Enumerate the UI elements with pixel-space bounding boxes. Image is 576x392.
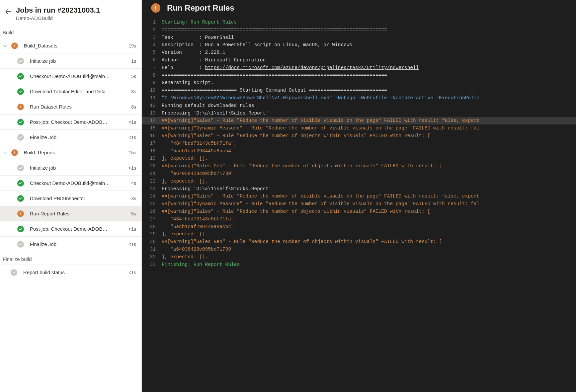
pipeline-name: Demo-ADOBuild [16,15,100,21]
log-line: 25##[warning]"Dynamic Measure" - Rule "R… [142,200,576,208]
chevron-down-icon[interactable] [3,150,7,155]
job-step[interactable]: Run Dataset Rules8s [0,99,141,114]
log-line: 16##[warning]"Sales" - Rule "Reduce the … [142,132,576,140]
job-stage-build-reports[interactable]: Build_Reports15s [0,145,141,160]
job-step[interactable]: Download Tabular Editor and Defa…3s [0,84,141,99]
log-line: 10========================== Starting Co… [142,87,576,94]
svg-rect-4 [14,151,15,153]
jobs-sidebar: Jobs in run #20231003.1 Demo-ADOBuild Bu… [0,0,142,392]
log-text: ##[warning]"Sales" - Rule "Reduce the nu… [162,117,576,124]
log-text: Version : 2.228.1 [162,49,576,56]
step-duration: <1s [126,135,136,140]
step-label: Download Tabular Editor and Defa… [30,89,128,94]
log-text: Task : PowerShell [162,34,576,41]
success-icon [17,226,24,232]
job-step[interactable]: Finalize Job<1s [0,236,141,252]
svg-rect-5 [14,153,15,154]
job-step[interactable]: Initialize job1s [0,53,141,68]
chevron-down-icon[interactable] [3,43,7,48]
step-duration: 5s [128,211,136,216]
step-label: Finalize Job [30,241,126,247]
success-dim-icon [17,165,24,171]
log-line: 19], expected: []. [142,155,576,162]
log-line: 27 "484fbdd73143c5bf71fa", [142,215,576,223]
log-text: ##[warning]"Sales" - Rule "Reduce the nu… [162,132,576,140]
log-text: "a64038428c095bd71739" [162,170,576,178]
line-number: 23 [142,185,162,193]
log-line: 33Finishing: Run Report Rules [142,261,576,269]
line-number: 14 [142,117,162,124]
log-line: 3Task : PowerShell [142,34,576,41]
log-line: 12Running default downloaded rules [142,102,576,110]
warning-icon [11,149,18,156]
line-number: 13 [142,110,162,117]
step-label: Post-job: Checkout Demo-ADOB… [30,119,126,125]
section-finalize-label: Finalize build [0,252,141,265]
log-text: "5acb1caf298449a8acb4" [162,223,576,231]
back-arrow-icon[interactable] [5,9,11,15]
log-text: ], expected: []. [162,230,576,238]
warning-icon [11,42,18,49]
log-text: ], expected: []. [162,178,576,185]
stage-label: Build_Datasets [24,43,126,48]
log-text: ========================================… [162,26,576,34]
log-text: Generating script. [162,79,576,87]
log-line: 8=======================================… [142,72,576,79]
job-step[interactable]: Post-job: Checkout Demo-ADOB…<1s [0,114,141,129]
line-number: 29 [142,230,162,238]
step-duration: 8s [128,104,136,110]
log-text: "484fbdd73143c5bf71fa", [162,215,576,223]
help-link[interactable]: https://docs.microsoft.com/azure/devops/… [205,65,419,70]
step-duration: 3s [128,89,136,94]
log-text: ##[warning]"Dynamic Measure" - Rule "Red… [162,124,576,132]
line-number: 30 [142,238,162,246]
page-title: Jobs in run #20231003.1 [16,6,100,15]
job-stage-build-datasets[interactable]: Build_Datasets19s [0,38,141,53]
line-number: 6 [142,56,162,64]
svg-rect-7 [20,214,21,215]
job-step[interactable]: Report build status<1s [0,265,141,280]
log-text: Description : Run a PowerShell script on… [162,41,576,49]
log-line: 9Generating script. [142,79,576,87]
svg-rect-2 [20,106,21,107]
step-label: Download PBIXInspector [30,196,128,201]
log-text: ##[warning]"Sales Geo" - Rule "Reduce th… [162,238,576,246]
line-number: 2 [142,26,162,34]
log-text: ], expected: []. [162,253,576,261]
job-step[interactable]: Download PBIXInspector3s [0,191,141,206]
line-number: 28 [142,223,162,231]
log-line: 29], expected: []. [142,230,576,238]
log-line: 30##[warning]"Sales Geo" - Rule "Reduce … [142,238,576,246]
step-duration: 1s [128,58,136,64]
job-step[interactable]: Checkout Demo-ADOBuild@main…5s [0,68,141,84]
line-number: 7 [142,64,162,72]
job-step[interactable]: Initialize job<1s [0,160,141,175]
job-step[interactable]: Finalize Job<1s [0,129,141,145]
log-text: ========================== Starting Comm… [162,87,576,94]
line-number: 32 [142,253,162,261]
svg-rect-3 [20,108,21,108]
log-text: Author : Microsoft Corporation [162,56,576,64]
warning-icon [151,3,160,13]
log-text: Processing 'D:\a\1\self\Stocks.Report' [162,185,576,193]
log-text: ##[warning]"Sales" - Rule "Reduce the nu… [162,208,576,215]
step-label: Checkout Demo-ADOBuild@main… [30,180,128,186]
step-label: Initialize job [30,165,126,171]
job-step[interactable]: Checkout Demo-ADOBuild@main…4s [0,175,141,191]
job-step[interactable]: Post-job: Checkout Demo-ADOB…<1s [0,221,141,236]
log-text: "5acb1caf298449a8acb4" [162,147,576,155]
step-duration: 4s [128,181,136,186]
line-number: 26 [142,208,162,215]
job-step[interactable]: Run Report Rules5s [0,206,141,221]
log-line: 7Help : https://docs.microsoft.com/azure… [142,64,576,72]
line-number: 4 [142,41,162,49]
line-number: 24 [142,193,162,200]
step-label: Finalize Job [30,134,126,140]
step-label: Report build status [23,270,126,275]
success-dim-icon [17,241,24,248]
log-area[interactable]: 1Starting: Run Report Rules2============… [142,19,576,392]
stage-label: Build_Reports [24,150,126,155]
line-number: 5 [142,49,162,56]
log-text: "a64038428c095bd71739" [162,246,576,253]
log-text: ], expected: []. [162,155,576,162]
